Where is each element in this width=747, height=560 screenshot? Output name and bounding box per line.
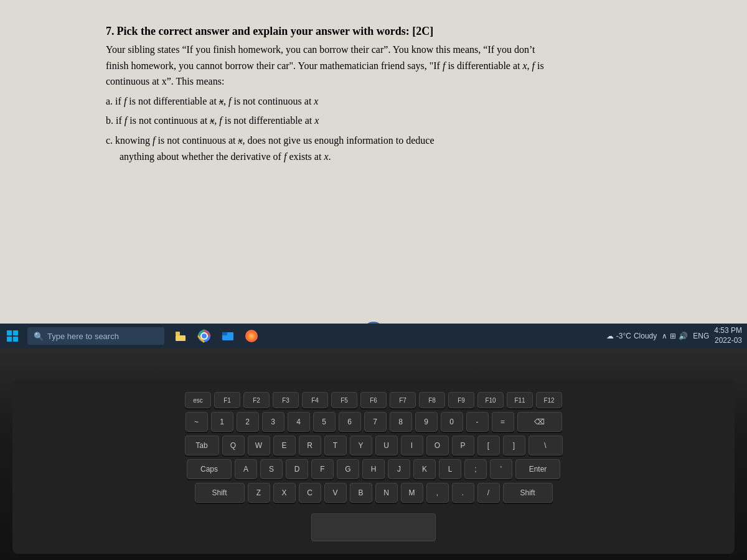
taskbar-explorer-icon[interactable] [218,326,238,346]
key-quote[interactable]: ' [490,459,512,479]
key-minus[interactable]: - [466,412,489,432]
key-f8[interactable]: F8 [419,392,445,408]
search-placeholder: Type here to search [47,332,119,341]
keyboard-row-qwerty: Tab Q W E R T Y U I O P [ ] \ [25,436,722,455]
key-w[interactable]: W [248,436,270,455]
language-badge: ENG [693,332,709,340]
key-f9[interactable]: F9 [448,392,474,408]
key-slash[interactable]: / [477,483,500,503]
svg-rect-1 [13,330,18,335]
key-lbracket[interactable]: [ [477,436,500,455]
question-body: Your sibling states “If you finish homew… [106,42,641,90]
svg-rect-2 [7,337,12,342]
start-button[interactable] [0,324,25,348]
key-rbracket[interactable]: ] [503,436,525,455]
key-s[interactable]: S [260,459,283,479]
taskbar-chrome-icon[interactable] [194,326,214,346]
key-e[interactable]: E [273,436,296,455]
key-4[interactable]: 4 [288,412,310,432]
option-a: a. if f is not differentiable at x, f is… [106,93,641,110]
taskbar-app-icons [171,326,261,346]
key-8[interactable]: 8 [390,412,412,432]
trackpad[interactable] [311,513,436,541]
key-9[interactable]: 9 [415,412,438,432]
key-t[interactable]: T [324,436,347,455]
key-b[interactable]: B [350,483,372,503]
body-line2: finish homework, you cannot borrow their… [106,60,544,71]
key-f5[interactable]: F5 [331,392,357,408]
key-tab[interactable]: Tab [185,436,219,455]
key-capslock[interactable]: Caps [187,459,232,479]
taskbar-search-bar[interactable]: 🔍 Type here to search [27,327,164,345]
key-period[interactable]: . [452,483,474,503]
key-0[interactable]: 0 [441,412,463,432]
key-tilde[interactable]: ~ [186,412,208,432]
key-p[interactable]: P [452,436,474,455]
key-f1[interactable]: F1 [214,392,240,408]
key-f2[interactable]: F2 [243,392,270,408]
key-q[interactable]: Q [222,436,245,455]
key-z[interactable]: Z [248,483,270,503]
cloud-icon: ☁ [606,332,614,340]
key-semicolon[interactable]: ; [464,459,487,479]
option-c-line1: c. knowing f is not continuous at x, doe… [106,133,641,149]
key-j[interactable]: J [388,459,410,479]
key-7[interactable]: 7 [364,412,387,432]
body-line1: Your sibling states “If you finish homew… [106,44,535,55]
laptop-body: esc F1 F2 F3 F4 F5 F6 F7 F8 F9 F10 F11 F… [0,348,747,560]
key-r[interactable]: R [299,436,321,455]
key-h[interactable]: H [362,459,385,479]
question-title: Pick the correct answer and explain your… [117,25,434,37]
key-esc[interactable]: esc [185,392,211,408]
key-2[interactable]: 2 [237,412,259,432]
key-backspace[interactable]: ⌫ [517,412,562,432]
key-d[interactable]: D [286,459,308,479]
key-backslash[interactable]: \ [529,436,563,455]
taskbar: 🔍 Type here to search [0,324,747,348]
key-6[interactable]: 6 [339,412,361,432]
key-shift-right[interactable]: Shift [503,483,553,503]
key-f[interactable]: F [311,459,334,479]
key-y[interactable]: Y [350,436,372,455]
svg-rect-10 [222,332,227,335]
svg-rect-3 [13,337,18,342]
key-v[interactable]: V [324,483,347,503]
key-enter[interactable]: Enter [515,459,560,479]
svg-rect-0 [7,330,12,335]
key-comma[interactable]: , [426,483,449,503]
taskbar-date-display: 2022-03 [714,336,742,346]
taskbar-right-area: ☁ -3°C Cloudy ∧ ⊞ 🔊 ENG 4:53 PM 2022-03 [606,326,747,345]
key-f7[interactable]: F7 [390,392,416,408]
taskbar-files-icon[interactable] [171,326,190,346]
body-line3: continuous at x”. This means: [106,76,224,86]
key-l[interactable]: L [439,459,461,479]
key-f3[interactable]: F3 [273,392,299,408]
taskbar-orange-icon[interactable] [242,326,261,346]
key-shift-left[interactable]: Shift [195,483,245,503]
key-i[interactable]: I [401,436,423,455]
key-1[interactable]: 1 [211,412,233,432]
key-f12[interactable]: F12 [536,392,562,408]
key-5[interactable]: 5 [313,412,336,432]
key-3[interactable]: 3 [262,412,284,432]
key-f11[interactable]: F11 [507,392,533,408]
key-x[interactable]: X [273,483,296,503]
key-m[interactable]: M [401,483,423,503]
question-content: 7. Pick the correct answer and explain y… [106,25,641,164]
key-equals[interactable]: = [492,412,514,432]
key-a[interactable]: A [235,459,257,479]
taskbar-time-display: 4:53 PM [714,326,742,336]
key-k[interactable]: K [413,459,436,479]
key-c[interactable]: C [299,483,321,503]
laptop-screen: 7. Pick the correct answer and explain y… [0,0,747,348]
taskbar-sys-icons: ∧ ⊞ 🔊 [662,332,688,341]
key-f4[interactable]: F4 [302,392,328,408]
weather-temp: -3°C [616,332,631,340]
key-f6[interactable]: F6 [360,392,387,408]
key-u[interactable]: U [375,436,398,455]
key-g[interactable]: G [337,459,359,479]
key-o[interactable]: O [426,436,449,455]
key-n[interactable]: N [375,483,398,503]
document-area: 7. Pick the correct answer and explain y… [0,0,747,348]
key-f10[interactable]: F10 [477,392,504,408]
